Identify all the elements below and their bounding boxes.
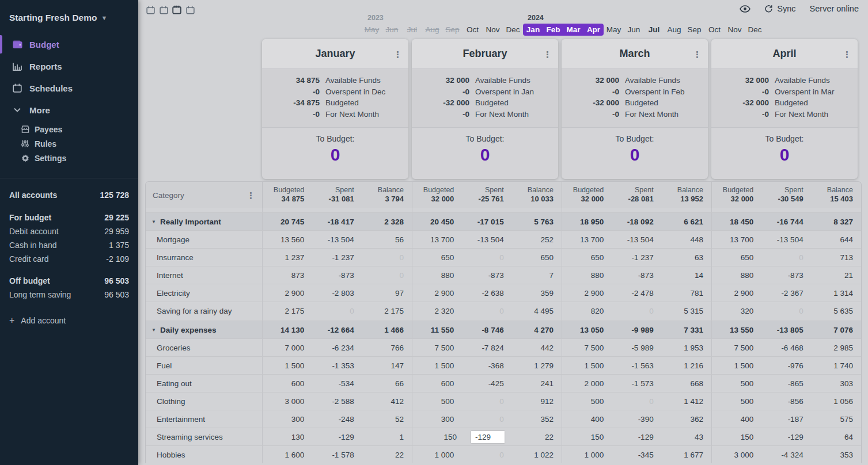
budgeted-cell[interactable]: 13 700 xyxy=(562,235,612,244)
spent-cell[interactable]: -873 xyxy=(312,271,362,280)
collapse-triangle-icon[interactable]: ▼ xyxy=(151,219,156,224)
spent-cell[interactable]: -1 578 xyxy=(312,451,362,459)
category-name-cell[interactable]: Entertainment xyxy=(146,410,262,428)
sidebar-item-all-accounts[interactable]: All accounts 125 728 xyxy=(9,188,129,202)
category-name-cell[interactable]: Electricity xyxy=(146,284,262,302)
month-tab-dec-7[interactable]: Dec xyxy=(503,24,523,36)
month-tab-mar-10[interactable]: Mar xyxy=(563,24,583,36)
balance-cell[interactable]: 912 xyxy=(512,397,562,406)
balance-cell[interactable]: 713 xyxy=(812,253,861,262)
spent-cell[interactable]: -368 xyxy=(462,361,511,370)
budgeted-cell[interactable]: 7 500 xyxy=(562,344,612,352)
month-menu-icon[interactable]: ⋮ xyxy=(693,49,702,58)
budgeted-cell[interactable]: 650 xyxy=(562,253,612,262)
month-tab-sep-4[interactable]: Sep xyxy=(442,24,463,36)
budgeted-cell[interactable]: 13 700 xyxy=(712,235,761,244)
balance-cell[interactable]: 22 xyxy=(362,451,412,459)
spent-cell[interactable]: -873 xyxy=(761,271,811,280)
budgeted-cell[interactable]: 500 xyxy=(412,397,462,406)
spent-cell[interactable]: -1 353 xyxy=(312,361,362,370)
spent-cell[interactable]: -2 638 xyxy=(462,289,511,298)
spent-cell[interactable]: -1 563 xyxy=(612,361,661,370)
sidebar-item-long-term-saving[interactable]: Long term saving 96 503 xyxy=(9,288,129,302)
editing-value-box[interactable]: -129 xyxy=(471,431,505,443)
spent-cell[interactable]: -129 xyxy=(761,433,811,441)
budgeted-cell[interactable]: 7 000 xyxy=(263,344,312,352)
budgeted-cell[interactable]: 13 700 xyxy=(412,235,462,244)
spent-cell[interactable]: -534 xyxy=(312,379,362,388)
balance-cell[interactable]: 1 216 xyxy=(662,361,711,370)
month-tab-sep-16[interactable]: Sep xyxy=(684,24,704,36)
spent-cell[interactable]: -9 989 xyxy=(612,326,661,334)
spent-cell[interactable]: -7 824 xyxy=(462,344,511,352)
budgeted-cell[interactable]: 20 450 xyxy=(412,218,462,226)
spent-cell[interactable]: -873 xyxy=(462,271,511,280)
budgeted-cell[interactable]: 1 500 xyxy=(263,361,312,370)
budgeted-cell[interactable]: 130 xyxy=(263,433,312,441)
server-status-button[interactable]: Server online xyxy=(810,4,859,13)
budgeted-cell[interactable]: 20 745 xyxy=(263,218,312,226)
balance-cell[interactable]: 1 279 xyxy=(512,361,562,370)
add-account-button[interactable]: + Add account xyxy=(9,315,129,326)
month-menu-icon[interactable]: ⋮ xyxy=(393,49,402,58)
month-menu-icon[interactable]: ⋮ xyxy=(543,49,552,58)
balance-cell[interactable]: 147 xyxy=(362,361,412,370)
spent-cell[interactable]: -6 234 xyxy=(312,344,362,352)
month-tab-nov-6[interactable]: Nov xyxy=(483,24,503,36)
month-tab-jun-1[interactable]: Jun xyxy=(382,24,402,36)
month-tab-aug-15[interactable]: Aug xyxy=(664,24,684,36)
budgeted-cell[interactable]: 320 xyxy=(712,307,761,315)
balance-cell[interactable]: 781 xyxy=(662,289,711,298)
spent-cell[interactable]: 0 xyxy=(612,397,661,406)
budgeted-cell[interactable]: 2 000 xyxy=(562,379,612,388)
balance-cell[interactable]: 4 495 xyxy=(512,307,562,315)
budgeted-cell[interactable]: 18 450 xyxy=(712,218,761,226)
balance-cell[interactable]: 362 xyxy=(662,415,711,424)
sidebar-item-rules[interactable]: Rules xyxy=(0,136,138,151)
balance-cell[interactable]: 575 xyxy=(812,415,861,424)
balance-cell[interactable]: 2 985 xyxy=(812,344,861,352)
balance-cell[interactable]: 1 740 xyxy=(812,361,861,370)
sidebar-item-for-budget[interactable]: For budget 29 225 xyxy=(9,211,129,224)
spent-cell[interactable]: -1 237 xyxy=(312,253,362,262)
spent-cell[interactable]: -13 504 xyxy=(312,235,362,244)
spent-cell[interactable]: -13 504 xyxy=(761,235,811,244)
budgeted-cell[interactable]: 150 xyxy=(412,433,465,441)
budgeted-cell[interactable]: 2 900 xyxy=(263,289,312,298)
balance-cell[interactable]: 5 763 xyxy=(512,218,562,226)
spent-cell[interactable]: 0 xyxy=(462,397,511,406)
spent-cell[interactable]: 0 xyxy=(612,307,661,315)
spent-cell[interactable]: -390 xyxy=(612,415,661,424)
spent-cell[interactable]: -2 367 xyxy=(761,289,811,298)
month-tab-jul-14[interactable]: Jul xyxy=(644,24,664,36)
balance-cell[interactable]: 442 xyxy=(512,344,562,352)
balance-cell[interactable]: 52 xyxy=(362,415,412,424)
sidebar-item-settings[interactable]: Settings xyxy=(0,151,138,165)
balance-cell[interactable]: 0 xyxy=(362,271,412,280)
budgeted-cell[interactable]: 14 130 xyxy=(263,326,312,334)
budgeted-cell[interactable]: 1 500 xyxy=(712,361,761,370)
spent-cell[interactable]: 0 xyxy=(462,307,511,315)
balance-cell[interactable]: 64 xyxy=(812,433,861,441)
spent-cell[interactable]: -6 468 xyxy=(761,344,811,352)
budgeted-cell[interactable]: 150 xyxy=(712,433,761,441)
category-name-cell[interactable]: Mortgage xyxy=(146,231,262,248)
balance-cell[interactable]: 4 270 xyxy=(512,326,562,334)
budgeted-cell[interactable]: 1 000 xyxy=(412,451,462,459)
balance-cell[interactable]: 5 315 xyxy=(662,307,711,315)
budgeted-cell[interactable]: 880 xyxy=(562,271,612,280)
group-name-cell[interactable]: ▼Really Important xyxy=(146,213,262,230)
spent-cell[interactable]: -129 xyxy=(612,433,661,441)
spent-cell[interactable]: -12 664 xyxy=(312,326,362,334)
budgeted-cell[interactable]: 1 237 xyxy=(263,253,312,262)
budgeted-cell[interactable]: 300 xyxy=(412,415,462,424)
budgeted-cell[interactable]: 500 xyxy=(562,397,612,406)
category-name-cell[interactable]: Streaming services xyxy=(146,428,262,445)
budgeted-cell[interactable]: 880 xyxy=(712,271,761,280)
balance-cell[interactable]: 2 175 xyxy=(362,307,412,315)
spent-cell[interactable]: -187 xyxy=(761,415,811,424)
balance-cell[interactable]: 1 953 xyxy=(662,344,711,352)
budgeted-cell[interactable]: 2 900 xyxy=(712,289,761,298)
balance-cell[interactable]: 353 xyxy=(812,451,861,459)
month-tab-may-12[interactable]: May xyxy=(604,24,624,36)
